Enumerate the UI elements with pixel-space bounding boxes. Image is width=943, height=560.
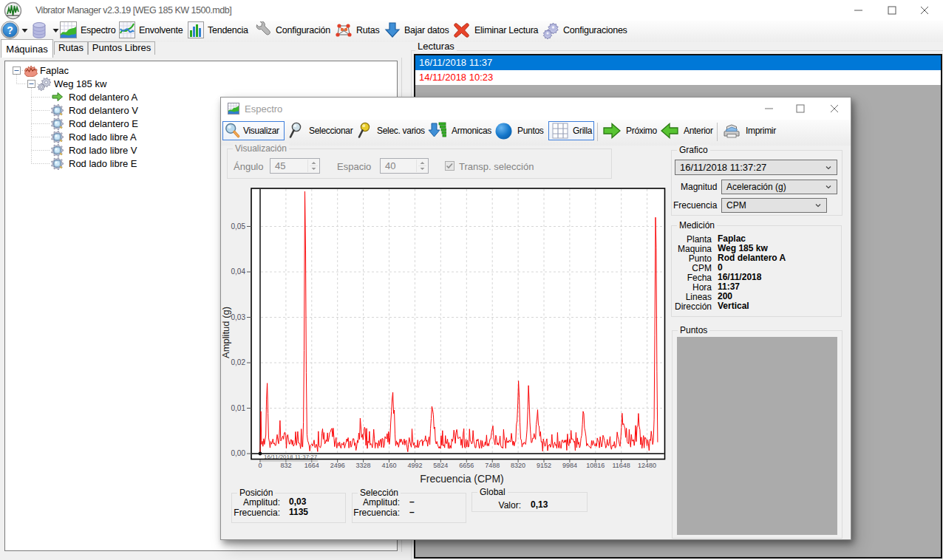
svg-text:4160: 4160: [381, 462, 396, 469]
svg-text:16/11/2018 11:37:27: 16/11/2018 11:37:27: [264, 454, 318, 460]
svg-text:0: 0: [258, 462, 262, 469]
svg-text:1664: 1664: [304, 462, 319, 469]
svg-text:7488: 7488: [485, 462, 500, 469]
svg-text:0,01: 0,01: [231, 404, 246, 412]
svg-text:4992: 4992: [407, 462, 422, 469]
svg-text:9152: 9152: [537, 462, 551, 469]
svg-text:Amplitud (g): Amplitud (g): [221, 307, 231, 358]
svg-text:Frecuencia (CPM): Frecuencia (CPM): [420, 473, 504, 485]
svg-text:10816: 10816: [586, 462, 605, 469]
svg-text:0,05: 0,05: [231, 222, 246, 231]
svg-text:0,04: 0,04: [231, 267, 246, 276]
svg-text:0,02: 0,02: [231, 358, 246, 366]
svg-text:9984: 9984: [562, 462, 577, 469]
svg-text:11648: 11648: [613, 462, 630, 469]
svg-text:3328: 3328: [356, 462, 371, 469]
svg-text:?: ?: [7, 24, 13, 36]
svg-text:12480: 12480: [638, 462, 656, 469]
svg-text:5824: 5824: [433, 462, 448, 469]
svg-text:6656: 6656: [459, 462, 474, 469]
svg-text:0,03: 0,03: [231, 313, 246, 321]
svg-text:832: 832: [280, 462, 291, 469]
svg-text:0,00: 0,00: [231, 449, 246, 457]
svg-text:8320: 8320: [511, 462, 525, 469]
svg-text:2496: 2496: [330, 462, 345, 469]
